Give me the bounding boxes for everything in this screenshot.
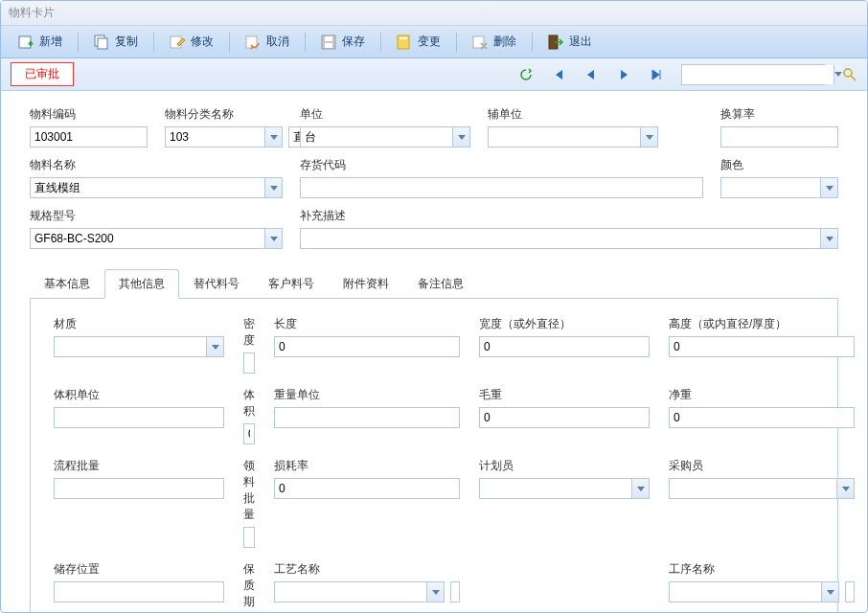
tabs: 基本信息 其他信息 替代料号 客户料号 附件资料 备注信息 材质 密度 [30,268,838,612]
svg-rect-7 [325,43,332,48]
save-button[interactable]: 保存 [311,30,375,54]
height-input[interactable] [669,336,855,357]
stock-code-input[interactable] [300,177,703,198]
dropdown-icon[interactable] [631,479,649,498]
tab-remark[interactable]: 备注信息 [403,269,478,299]
gross-input[interactable] [479,407,650,428]
spec-combo[interactable] [30,228,283,249]
change-button[interactable]: 变更 [387,30,450,54]
first-icon[interactable] [551,67,566,82]
craft-combo[interactable] [274,581,445,602]
content: 物料编码 物料分类名称 单位 辅单位 换算率 [1,91,867,612]
process-combo[interactable] [669,581,839,602]
planner-input[interactable] [480,479,631,498]
next-icon[interactable] [616,67,631,82]
dropdown-icon[interactable] [834,65,842,84]
color-label: 颜色 [720,157,838,173]
aux-unit-combo[interactable] [488,126,658,148]
dropdown-icon[interactable] [206,337,223,356]
planner-combo[interactable] [479,478,650,499]
desc-field: 补充描述 [300,208,838,249]
length-input[interactable] [274,336,460,357]
density-input[interactable] [243,352,255,374]
storage-field: 储存位置 [54,561,224,612]
unit-input[interactable] [301,127,452,147]
search-combo[interactable] [681,64,825,85]
copy-icon [94,34,109,50]
net-input[interactable] [669,407,855,428]
dropdown-icon[interactable] [836,479,854,498]
loss-field: 损耗率 [274,458,460,548]
tab-cust[interactable]: 客户料号 [254,269,329,299]
material-combo[interactable] [54,336,224,357]
spec-input[interactable] [31,229,264,248]
last-icon[interactable] [649,67,664,82]
desc-input[interactable] [301,229,820,248]
process-text-input[interactable] [845,581,855,602]
exit-label: 退出 [569,34,592,50]
copy-button[interactable]: 复制 [84,30,148,54]
width-field: 宽度（或外直径） [479,316,650,374]
tab-attach[interactable]: 附件资料 [329,269,403,299]
color-input[interactable] [721,178,820,197]
tab-alt[interactable]: 替代料号 [179,269,254,299]
buyer-combo[interactable] [669,478,855,499]
material-input[interactable] [55,337,206,356]
aux-unit-input[interactable] [489,127,640,147]
spacer2 [479,561,650,612]
refresh-icon[interactable] [518,67,534,82]
delete-button[interactable]: 删除 [463,30,526,54]
save-icon [321,34,336,50]
buyer-input[interactable] [670,479,836,498]
process-field: 工序名称 [669,561,855,612]
material-code-input[interactable] [30,126,148,148]
dropdown-icon[interactable] [264,178,282,197]
exit-button[interactable]: 退出 [538,30,602,54]
prev-icon[interactable] [583,67,599,82]
add-button[interactable]: 新增 [9,30,72,54]
category-code-input[interactable] [166,127,264,147]
dropdown-icon[interactable] [264,127,282,147]
buyer-field: 采购员 [669,458,855,548]
unit-label: 单位 [300,106,470,123]
svg-rect-0 [19,36,31,48]
tab-other[interactable]: 其他信息 [104,269,179,299]
storage-input[interactable] [54,581,224,602]
density-label: 密度 [243,316,255,349]
tab-basic[interactable]: 基本信息 [30,269,104,299]
planner-label: 计划员 [479,458,650,474]
dropdown-icon[interactable] [640,127,657,147]
desc-label: 补充描述 [300,208,838,224]
craft-sel-input[interactable] [275,582,426,602]
other-grid: 材质 密度 长度 宽度（或外直径） [54,316,814,612]
unit-combo[interactable] [300,126,470,148]
wunit-input[interactable] [274,407,460,428]
desc-combo[interactable] [300,228,838,249]
cancel-button[interactable]: 取消 [236,30,299,54]
width-input[interactable] [479,336,650,357]
svg-rect-6 [325,36,332,41]
dropdown-icon[interactable] [820,178,837,197]
dropdown-icon[interactable] [820,229,837,248]
material-name-input[interactable] [31,178,264,197]
dropdown-icon[interactable] [426,582,444,602]
dropdown-icon[interactable] [264,229,282,248]
loss-input[interactable] [274,478,460,499]
toolbar: 新增 复制 修改 取消 保存 变更 删除 [1,26,867,58]
dropdown-icon[interactable] [452,127,469,147]
convert-input[interactable] [720,126,838,148]
material-name-field: 物料名称 [30,157,283,198]
category-code-combo[interactable] [165,126,283,148]
process-sel-input[interactable] [670,582,821,602]
craft-text-input[interactable] [450,581,460,602]
dropdown-icon[interactable] [821,582,838,602]
pickbatch-input[interactable] [243,527,255,548]
volunit-input[interactable] [54,407,224,428]
procbatch-input[interactable] [54,478,224,499]
search-input[interactable] [682,65,834,84]
edit-button[interactable]: 修改 [160,30,223,54]
volume-input[interactable] [243,423,255,444]
search-icon[interactable] [842,67,857,82]
material-name-combo[interactable] [30,177,283,198]
color-combo[interactable] [720,177,838,198]
